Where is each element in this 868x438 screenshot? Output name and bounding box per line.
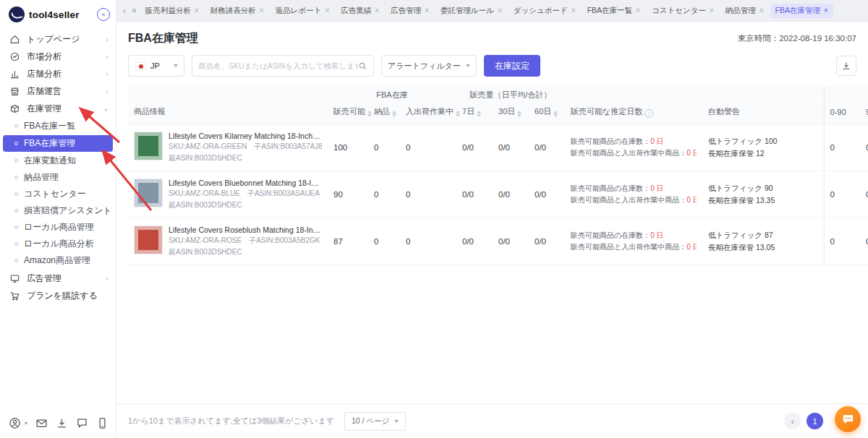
col-30d: 30日 — [493, 102, 529, 124]
sidebar-subitem-label: 在庫変動通知 — [24, 155, 76, 167]
product-title[interactable]: Lifestyle Covers Roseblush Matching 18-I… — [169, 226, 322, 234]
sidebar-item-fba-inventory-list[interactable]: FBA在庫一覧 — [0, 118, 116, 134]
sidebar-item-inventory-management[interactable]: 在庫管理 ⌄ — [0, 100, 116, 117]
tab-close-icon[interactable]: × — [760, 7, 764, 14]
product-title[interactable]: Lifestyle Covers Bluebonnet Matching 18-… — [169, 179, 322, 187]
sidebar-collapse-icon[interactable]: « — [97, 8, 110, 21]
group-fba-stock: FBA在庫 — [328, 85, 456, 102]
country-select[interactable]: JP — [128, 55, 184, 77]
sidebar-item-amazon-product-management[interactable]: Amazon商品管理 — [0, 252, 116, 269]
tokyo-time: 東京時間：2022-08-19 16:30:07 — [738, 33, 856, 44]
product-title[interactable]: Lifestyle Covers Kilarney Matching 18-In… — [169, 132, 322, 140]
cell-age-0-90: 0 — [824, 171, 860, 218]
table-row[interactable]: Lifestyle Covers Roseblush Matching 18-I… — [128, 218, 868, 265]
tab-financial-statements[interactable]: 財務諸表分析× — [205, 4, 269, 18]
mobile-icon[interactable] — [96, 417, 109, 429]
sidebar-menu: トップページ › 市場分析 › 店舗分析 › 店舗運営 › 在庫管理 ⌄ — [0, 27, 116, 410]
sidebar-item-reimbursement-assistant[interactable]: 損害賠償アシスタント — [0, 202, 116, 219]
tab-cost-center[interactable]: コストセンター× — [647, 4, 719, 18]
tab-close-icon[interactable]: × — [425, 7, 429, 14]
tab-sales-profit-analysis[interactable]: 販売利益分析× — [140, 4, 204, 18]
info-icon[interactable]: i — [644, 109, 653, 118]
sort-icon[interactable] — [367, 111, 372, 117]
sidebar-item-label: 店舗分析 — [27, 68, 99, 80]
sidebar-item-label: 広告管理 — [27, 272, 99, 285]
chevron-down-icon[interactable]: ▾ — [25, 420, 27, 426]
tab-dashboard[interactable]: ダッシュボード× — [509, 4, 581, 18]
sidebar-item-top-page[interactable]: トップページ › — [0, 30, 116, 48]
tab-ad-performance[interactable]: 広告業績× — [336, 4, 384, 18]
sidebar-item-label: プランを購読する — [27, 290, 109, 302]
cell-auto-alerts: 低トラフィック 90 長期在庫保管 13.35 — [702, 171, 824, 218]
tab-close-icon[interactable]: × — [325, 7, 329, 14]
stock-settings-button[interactable]: 在庫設定 — [484, 55, 540, 77]
col-auto-alerts: 自動警告 — [702, 102, 824, 124]
cell-age-0-90: 0 — [824, 218, 860, 265]
tab-close-icon[interactable]: × — [498, 7, 502, 14]
search-input[interactable] — [198, 61, 358, 70]
sidebar-item-local-product-management[interactable]: ローカル商品管理 — [0, 219, 116, 236]
bar-chart-icon — [9, 69, 20, 80]
sidebar-item-store-analysis[interactable]: 店舗分析 › — [0, 65, 116, 82]
sidebar-item-cost-center[interactable]: コストセンター — [0, 186, 116, 202]
sidebar-item-stock-change-notice[interactable]: 在庫変動通知 — [0, 153, 116, 169]
col-estimated-days: 販売可能な推定日数i — [565, 102, 702, 124]
prev-page-button[interactable]: ‹ — [784, 413, 801, 429]
tabs-scroll-left-icon[interactable]: ‹ — [121, 6, 128, 16]
download-icon[interactable] — [56, 417, 68, 429]
sort-icon[interactable] — [477, 111, 481, 117]
product-image — [134, 179, 163, 207]
alert-long-term-storage: 長期在庫保管 13.05 — [708, 241, 818, 254]
sidebar-item-label: 店舗運営 — [27, 85, 99, 98]
user-avatar-icon[interactable] — [9, 417, 21, 429]
group-product — [128, 85, 328, 102]
tab-close-icon[interactable]: × — [195, 7, 199, 14]
sidebar-item-market-analysis[interactable]: 市場分析 › — [0, 48, 116, 65]
sidebar-item-ad-management[interactable]: 広告管理 › — [0, 270, 116, 287]
search-icon[interactable] — [358, 61, 367, 71]
table-row[interactable]: Lifestyle Covers Bluebonnet Matching 18-… — [128, 171, 868, 218]
tab-close-icon[interactable]: × — [260, 7, 264, 14]
product-image — [134, 132, 163, 160]
sort-icon[interactable] — [456, 111, 460, 117]
tab-returns-report[interactable]: 返品レポート× — [271, 4, 335, 18]
sort-icon[interactable] — [392, 111, 396, 117]
page-size-select[interactable]: 10 / ページ — [344, 412, 406, 431]
tab-close-icon[interactable]: × — [571, 7, 576, 14]
tab-close-icon[interactable]: × — [636, 7, 640, 14]
sort-icon[interactable] — [553, 111, 558, 117]
cell-working: 0 — [400, 218, 456, 265]
tab-fba-inventory-list[interactable]: FBA在庫一覧× — [582, 4, 645, 18]
logo-text: tool4seller — [29, 9, 80, 20]
sidebar-item-subscribe-plan[interactable]: プランを購読する — [0, 287, 116, 304]
market-analysis-icon — [9, 51, 20, 62]
sidebar-item-local-product-analysis[interactable]: ローカル商品分析 — [0, 236, 116, 252]
export-download-button[interactable] — [836, 56, 856, 76]
sidebar-subitem-label: 納品管理 — [24, 171, 59, 184]
alert-filter-select[interactable]: アラートフィルター — [381, 55, 477, 77]
sidebar-item-fba-inventory-management[interactable]: FBA在庫管理 — [3, 135, 113, 152]
sidebar-item-store-operations[interactable]: 店舗運営 › — [0, 82, 116, 100]
tab-label: 委託管理ルール — [441, 6, 494, 16]
cell-inbound: 0 — [368, 171, 400, 218]
page-1-button[interactable]: 1 — [807, 413, 823, 429]
tab-close-icon[interactable]: × — [710, 7, 714, 14]
sidebar-subitem-label: ローカル商品管理 — [24, 221, 94, 233]
sidebar-item-shipment-management[interactable]: 納品管理 — [0, 169, 116, 186]
tab-ad-management[interactable]: 広告管理× — [386, 4, 434, 18]
mail-icon[interactable] — [35, 417, 48, 429]
tab-shipment-management[interactable]: 納品管理× — [720, 4, 769, 18]
tab-consignment-rules[interactable]: 委託管理ルール× — [435, 4, 507, 18]
tab-close-icon[interactable]: × — [375, 7, 379, 14]
tabs-close-icon[interactable]: × — [129, 6, 139, 16]
table-row[interactable]: Lifestyle Covers Kilarney Matching 18-In… — [128, 124, 868, 171]
sort-icon[interactable] — [517, 111, 522, 117]
tab-bar: ‹ × 販売利益分析× 財務諸表分析× 返品レポート× 広告業績× 広告管理× … — [116, 0, 868, 22]
tab-fba-inventory-management[interactable]: FBA在庫管理× — [770, 4, 833, 18]
live-chat-button[interactable] — [835, 406, 861, 432]
inventory-box-icon — [9, 103, 20, 114]
tab-close-icon[interactable]: × — [824, 7, 828, 14]
cell-7d: 0/0 — [456, 218, 493, 265]
chat-icon[interactable] — [76, 417, 88, 429]
bullet-icon — [14, 159, 18, 163]
